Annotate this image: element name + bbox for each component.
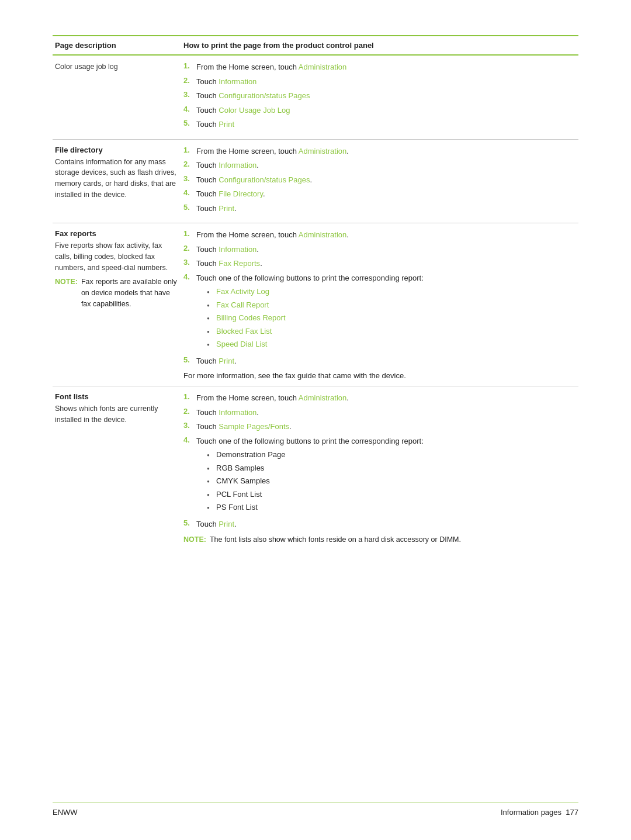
step-link[interactable]: Administration	[299, 230, 346, 239]
left-col-fax-reports: Fax reportsFive reports show fax activit…	[53, 223, 181, 386]
note2-block: NOTE: The font lists also show which fon…	[183, 534, 576, 545]
step-item: 4.Touch one of the following buttons to …	[183, 272, 576, 352]
sub-bullet-icon: ●	[207, 462, 216, 472]
step-link[interactable]: Sample Pages/Fonts	[219, 422, 289, 431]
note2-label: NOTE:	[183, 534, 206, 545]
step-text: Touch Information.	[196, 244, 576, 255]
step-text: Touch Fax Reports.	[196, 258, 576, 269]
step-link[interactable]: Print	[219, 204, 234, 213]
extra-text: For more information, see the fax guide …	[183, 371, 576, 380]
step-text: Touch Sample Pages/Fonts.	[196, 421, 576, 433]
section-desc-color-usage: Color usage job log	[55, 61, 179, 72]
footer-right: Information pages 177	[501, 808, 578, 817]
step-text: From the Home screen, touch Administrati…	[196, 229, 576, 241]
step-number: 1.	[183, 61, 196, 70]
step-text: Touch Information	[196, 76, 576, 88]
right-col-fax-reports: 1.From the Home screen, touch Administra…	[181, 223, 578, 386]
step-item: 1.From the Home screen, touch Administra…	[183, 146, 576, 157]
step-number: 5.	[183, 119, 196, 127]
sub-list-item: ●Demonstration Page	[207, 449, 576, 461]
sub-bullet-icon: ●	[207, 475, 216, 485]
step-item: 5.Touch Print.	[183, 355, 576, 367]
sub-bullet-icon: ●	[207, 326, 216, 336]
step-link[interactable]: Information	[219, 245, 256, 254]
sub-list-item: ●Blocked Fax List	[207, 326, 576, 337]
sub-list-item: ●Billing Codes Report	[207, 312, 576, 324]
right-col-file-directory: 1.From the Home screen, touch Administra…	[181, 139, 578, 223]
step-link[interactable]: Configuration/status Pages	[219, 175, 310, 184]
step-link[interactable]: Administration	[299, 393, 346, 402]
step-text: Touch Color Usage Job Log	[196, 105, 576, 116]
step-number: 5.	[183, 355, 196, 364]
sub-bullet-icon: ●	[207, 299, 216, 309]
step-link[interactable]: Print	[219, 520, 234, 528]
step-item: 3.Touch Configuration/status Pages.	[183, 174, 576, 186]
step-link[interactable]: Administration	[299, 147, 346, 155]
step-number: 4.	[183, 105, 196, 113]
sub-list-item: ●CMYK Samples	[207, 475, 576, 487]
step-item: 4.Touch Color Usage Job Log	[183, 105, 576, 116]
step-number: 4.	[183, 435, 196, 444]
step-link[interactable]: File Directory	[219, 189, 263, 198]
step-number: 5.	[183, 203, 196, 212]
step-number: 2.	[183, 76, 196, 85]
step-number: 2.	[183, 160, 196, 168]
step-text: Touch File Directory.	[196, 188, 576, 200]
sub-item-text: RGB Samples	[216, 462, 264, 474]
step-item: 1.From the Home screen, touch Administra…	[183, 392, 576, 404]
sub-item-text: CMYK Samples	[216, 475, 270, 487]
step-number: 1.	[183, 392, 196, 401]
sub-bullet-icon: ●	[207, 338, 216, 348]
sub-list: ●Fax Activity Log●Fax Call Report●Billin…	[207, 286, 576, 350]
step-text: From the Home screen, touch Administrati…	[196, 61, 576, 73]
sub-item-text: Fax Call Report	[216, 299, 269, 311]
sub-list: ●Demonstration Page●RGB Samples●CMYK Sam…	[207, 449, 576, 513]
sub-bullet-icon: ●	[207, 489, 216, 499]
step-item: 2.Touch Information.	[183, 244, 576, 255]
step-link[interactable]: Information	[219, 77, 256, 86]
sub-bullet-icon: ●	[207, 286, 216, 296]
note-block-fax-reports: NOTE: Fax reports are available only on …	[55, 276, 179, 309]
step-item: 2.Touch Information.	[183, 407, 576, 419]
table-row-color-usage: Color usage job log1.From the Home scree…	[53, 55, 578, 139]
sub-item-text: Fax Activity Log	[216, 286, 269, 298]
sub-bullet-icon: ●	[207, 312, 216, 322]
step-number: 1.	[183, 146, 196, 154]
step-text: Touch Print.	[196, 518, 576, 530]
step-link[interactable]: Administration	[299, 63, 346, 71]
table-row-file-directory: File directoryContains information for a…	[53, 139, 578, 223]
step-item: 4.Touch one of the following buttons to …	[183, 435, 576, 516]
step-number: 5.	[183, 518, 196, 527]
sub-list-item: ●PCL Font List	[207, 489, 576, 500]
step-number: 2.	[183, 244, 196, 253]
step-item: 3.Touch Configuration/status Pages	[183, 90, 576, 102]
right-col-font-lists: 1.From the Home screen, touch Administra…	[181, 386, 578, 554]
sub-bullet-icon: ●	[207, 502, 216, 511]
step-link[interactable]: Print	[219, 357, 234, 365]
step-item: 1.From the Home screen, touch Administra…	[183, 229, 576, 241]
step-text: Touch Configuration/status Pages	[196, 90, 576, 102]
step-item: 3.Touch Fax Reports.	[183, 258, 576, 269]
step-link[interactable]: Information	[219, 408, 256, 417]
section-desc-font-lists: Shows which fonts are currently installe…	[55, 403, 179, 426]
steps-list-color-usage: 1.From the Home screen, touch Administra…	[183, 61, 576, 130]
steps-list-file-directory: 1.From the Home screen, touch Administra…	[183, 146, 576, 215]
step-link[interactable]: Configuration/status Pages	[219, 91, 310, 100]
step-text: Touch one of the following buttons to pr…	[196, 435, 576, 516]
step-link[interactable]: Print	[219, 120, 234, 129]
step-number: 4.	[183, 188, 196, 197]
step-text: Touch Print	[196, 119, 576, 130]
col-header-instructions: How to print the page from the product c…	[181, 36, 578, 55]
sub-list-item: ●RGB Samples	[207, 462, 576, 474]
step-text: Touch Information.	[196, 407, 576, 419]
step-item: 4.Touch File Directory.	[183, 188, 576, 200]
sub-bullet-icon: ●	[207, 449, 216, 459]
step-link[interactable]: Color Usage Job Log	[219, 106, 290, 115]
step-number: 4.	[183, 272, 196, 281]
steps-list-fax-reports: 1.From the Home screen, touch Administra…	[183, 229, 576, 367]
sub-list-item: ●Fax Call Report	[207, 299, 576, 311]
step-link[interactable]: Information	[219, 161, 256, 170]
step-link[interactable]: Fax Reports	[219, 259, 260, 268]
step-text: From the Home screen, touch Administrati…	[196, 146, 576, 157]
left-col-font-lists: Font listsShows which fonts are currentl…	[53, 386, 181, 554]
